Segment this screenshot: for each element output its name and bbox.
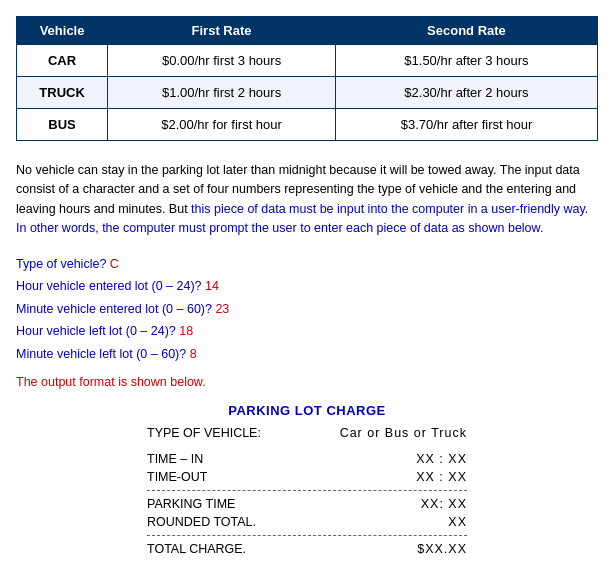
first-rate-cell: $1.00/hr first 2 hours (108, 77, 336, 109)
second-rate-cell: $1.50/hr after 3 hours (335, 45, 597, 77)
prompt-answer: 23 (215, 302, 229, 316)
prompt-label: Minute vehicle left lot (0 – 60)? (16, 347, 190, 361)
second-rate-cell: $2.30/hr after 2 hours (335, 77, 597, 109)
total-charge-row: TOTAL CHARGE. $XX.XX (147, 540, 467, 558)
table-row: TRUCK $1.00/hr first 2 hours $2.30/hr af… (17, 77, 598, 109)
time-in-value: XX : XX (416, 452, 467, 466)
total-charge-value: $XX.XX (417, 542, 467, 556)
divider-1 (147, 490, 467, 491)
description-paragraph: No vehicle can stay in the parking lot l… (16, 161, 598, 239)
prompt-label: Minute vehicle entered lot (0 – 60)? (16, 302, 215, 316)
prompt-line: Type of vehicle? C (16, 253, 598, 276)
parking-time-row: PARKING TIME XX: XX (147, 495, 467, 513)
output-content: TYPE OF VEHICLE: Car or Bus or Truck TIM… (147, 424, 467, 558)
parking-time-label: PARKING TIME (147, 497, 277, 511)
prompt-answer: 18 (179, 324, 193, 338)
first-rate-cell: $0.00/hr first 3 hours (108, 45, 336, 77)
time-in-label: TIME – IN (147, 452, 277, 466)
prompt-answer: C (110, 257, 119, 271)
prompt-answer: 14 (205, 279, 219, 293)
output-title: PARKING LOT CHARGE (228, 403, 386, 418)
output-format-label: The output format is shown below. (16, 375, 598, 389)
vehicle-cell: TRUCK (17, 77, 108, 109)
prompt-line: Minute vehicle entered lot (0 – 60)? 23 (16, 298, 598, 321)
second-rate-cell: $3.70/hr after first hour (335, 109, 597, 141)
total-charge-label: TOTAL CHARGE. (147, 542, 277, 556)
output-section: PARKING LOT CHARGE TYPE OF VEHICLE: Car … (16, 403, 598, 558)
time-out-label: TIME-OUT (147, 470, 277, 484)
prompt-label: Type of vehicle? (16, 257, 110, 271)
table-header-first-rate: First Rate (108, 17, 336, 45)
vehicle-cell: CAR (17, 45, 108, 77)
table-row: BUS $2.00/hr for first hour $3.70/hr aft… (17, 109, 598, 141)
rounded-total-label: ROUNDED TOTAL. (147, 515, 277, 529)
vehicle-type-row: TYPE OF VEHICLE: Car or Bus or Truck (147, 424, 467, 442)
parking-time-value: XX: XX (421, 497, 467, 511)
vehicle-table: Vehicle First Rate Second Rate CAR $0.00… (16, 16, 598, 141)
time-out-value: XX : XX (416, 470, 467, 484)
table-row: CAR $0.00/hr first 3 hours $1.50/hr afte… (17, 45, 598, 77)
vehicle-type-label: TYPE OF VEHICLE: (147, 426, 277, 440)
time-in-row: TIME – IN XX : XX (147, 450, 467, 468)
first-rate-cell: $2.00/hr for first hour (108, 109, 336, 141)
vehicle-type-value: Car or Bus or Truck (340, 426, 467, 440)
divider-2 (147, 535, 467, 536)
vehicle-cell: BUS (17, 109, 108, 141)
prompt-line: Hour vehicle left lot (0 – 24)? 18 (16, 320, 598, 343)
prompt-label: Hour vehicle left lot (0 – 24)? (16, 324, 179, 338)
rounded-total-value: XX (448, 515, 467, 529)
table-header-second-rate: Second Rate (335, 17, 597, 45)
table-header-vehicle: Vehicle (17, 17, 108, 45)
prompt-label: Hour vehicle entered lot (0 – 24)? (16, 279, 205, 293)
prompt-line: Minute vehicle left lot (0 – 60)? 8 (16, 343, 598, 366)
prompts-section: Type of vehicle? CHour vehicle entered l… (16, 253, 598, 366)
rounded-total-row: ROUNDED TOTAL. XX (147, 513, 467, 531)
time-out-row: TIME-OUT XX : XX (147, 468, 467, 486)
prompt-line: Hour vehicle entered lot (0 – 24)? 14 (16, 275, 598, 298)
prompt-answer: 8 (190, 347, 197, 361)
